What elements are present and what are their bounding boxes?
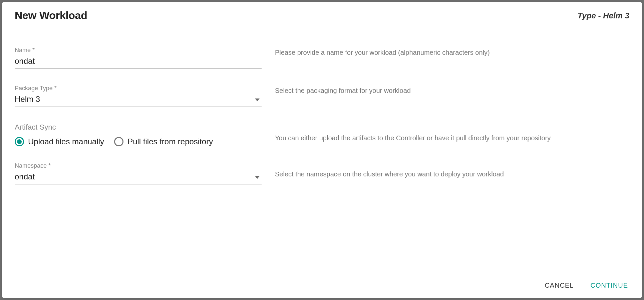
namespace-label: Namespace * [15,162,262,169]
dialog-header: New Workload Type - Helm 3 [2,2,642,30]
dialog-body: Name * Please provide a name for your wo… [2,30,642,266]
name-input[interactable] [15,56,262,66]
cancel-button[interactable]: CANCEL [543,280,575,291]
dialog-type-label: Type - Helm 3 [578,11,629,20]
artifact-sync-option-pull[interactable]: Pull files from repository [114,137,213,146]
package-type-label: Package Type * [15,85,262,92]
package-type-value: Helm 3 [15,95,262,104]
name-label: Name * [15,47,262,54]
artifact-sync-option-upload[interactable]: Upload files manually [15,137,104,146]
radio-selected-icon [15,137,24,146]
namespace-help-text: Select the namespace on the cluster wher… [275,162,629,180]
package-type-select[interactable]: Helm 3 [15,93,262,107]
artifact-sync-pull-label: Pull files from repository [127,137,213,146]
radio-unselected-icon [114,137,123,146]
new-workload-dialog: New Workload Type - Helm 3 Name * Please… [2,2,642,298]
name-help-text: Please provide a name for your workload … [275,47,629,58]
continue-button[interactable]: CONTINUE [589,280,629,291]
artifact-sync-label: Artifact Sync [15,123,262,132]
package-type-help-text: Select the packaging format for your wor… [275,85,629,96]
artifact-sync-help-text: You can either upload the artifacts to t… [275,123,629,144]
artifact-sync-upload-label: Upload files manually [28,137,104,146]
dialog-title: New Workload [15,9,87,22]
namespace-select[interactable]: ondat [15,171,262,184]
artifact-sync-radio-group: Upload files manually Pull files from re… [15,137,262,146]
namespace-value: ondat [15,172,262,181]
dialog-footer: CANCEL CONTINUE [2,266,642,298]
